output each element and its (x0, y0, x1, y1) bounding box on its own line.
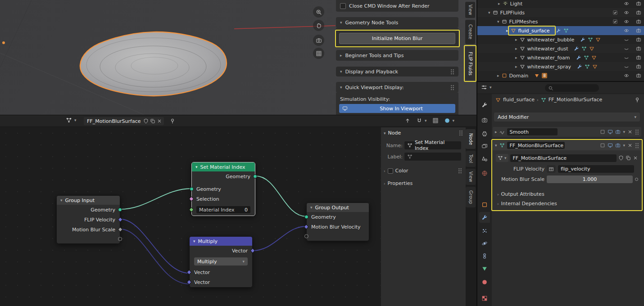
eye-icon[interactable] (624, 1, 629, 6)
tab-physics[interactable] (479, 238, 490, 249)
camera-icon[interactable] (636, 55, 641, 60)
delete-modifier-icon[interactable] (627, 143, 633, 148)
ortho-grid-gizmo[interactable] (313, 48, 324, 59)
modifier-header[interactable]: ▾ FF_MotionBlurSurface ▾ (493, 140, 641, 150)
node-group-name-field[interactable]: FF_MotionBlurSurface (510, 154, 617, 162)
collapse-icon[interactable]: ▾ (488, 10, 490, 15)
outliner-row-light[interactable]: ▸ Light (477, 0, 644, 8)
socket-vector-in[interactable] (304, 224, 308, 229)
breadcrumb-object[interactable]: fluid_surface (503, 97, 535, 103)
flip-velocity-input[interactable]: flip_velocity (558, 165, 634, 173)
beginner-tools-header[interactable]: ▸ Beginner Tools and Tips (336, 50, 458, 61)
outliner-row-flipfluids[interactable]: ▾ FLIPFluids (477, 8, 644, 17)
node-set-material-index[interactable]: ▾Set Material Index Geometry Geometry Se… (191, 162, 255, 216)
modifier-extras-icon[interactable]: ▾ (623, 130, 625, 134)
geometry-node-editor[interactable]: ▾ FF_MotionBlurSurface ▾ ▾ (0, 115, 476, 306)
expand-icon[interactable]: ▸ (497, 73, 499, 78)
eye-icon[interactable] (624, 73, 629, 78)
expand-icon[interactable]: ▸ (506, 28, 508, 33)
outliner-row-whitewater-foam[interactable]: ▸ whitewater_foam (477, 53, 644, 62)
camera-icon[interactable] (636, 1, 641, 6)
close-cmd-checkbox[interactable] (340, 3, 346, 9)
tab-particles[interactable] (479, 225, 490, 236)
node-name-input[interactable]: Set Material Index (404, 141, 461, 149)
fake-user-shield-icon[interactable] (618, 155, 624, 161)
socket-vector-out[interactable] (118, 217, 122, 222)
modifier-ff-motionblursurface[interactable]: ▾ FF_MotionBlurSurface ▾ ▾ FF_MotionBlur… (493, 140, 641, 211)
modifier-smooth[interactable]: ▸ Smooth ▾ (493, 127, 641, 137)
socket-geometry-in[interactable] (190, 187, 194, 191)
drag-grip-icon[interactable] (635, 143, 639, 148)
eye-closed-icon[interactable] (624, 37, 629, 42)
modifier-extras-icon[interactable]: ▾ (623, 143, 625, 148)
socket-value-out[interactable] (118, 227, 122, 232)
socket-vector-in-2[interactable] (186, 279, 191, 284)
tab-modifiers[interactable] (479, 212, 490, 223)
tab-scene[interactable] (479, 153, 490, 164)
tab-tool[interactable] (479, 99, 490, 110)
expand-icon[interactable]: ▸ (498, 1, 500, 6)
camera-icon[interactable] (636, 46, 641, 51)
duplicate-icon[interactable] (626, 155, 631, 161)
eye-icon[interactable] (624, 28, 629, 33)
socket-geometry-in[interactable] (304, 215, 308, 219)
viewport-3d[interactable]: Close CMD Window After Render ▾ Geometry… (0, 0, 476, 115)
eye-closed-icon[interactable] (624, 46, 629, 51)
tab-object-data[interactable] (479, 263, 490, 274)
camera-icon[interactable] (636, 10, 641, 15)
tab-constraints[interactable] (479, 251, 490, 261)
node-label-input[interactable] (404, 153, 461, 161)
render-visibility-icon[interactable] (615, 129, 621, 135)
color-presets-icon[interactable] (458, 168, 462, 174)
panel-grip-icon[interactable] (459, 130, 463, 136)
camera-icon[interactable] (636, 73, 641, 78)
drag-grip-icon[interactable] (635, 129, 639, 135)
parent-tree-arrow-icon[interactable] (404, 117, 411, 124)
tab-view-layer[interactable] (479, 141, 490, 152)
node-tree-id-block[interactable]: FF_MotionBlurSurface (84, 117, 164, 125)
color-section-row[interactable]: › Color (384, 168, 462, 174)
panel-grip-icon[interactable] (450, 85, 454, 90)
socket-vector-in-1[interactable] (186, 270, 191, 274)
quick-viewport-display-header[interactable]: ▾ Quick Viewport Display: (336, 82, 458, 93)
node-section-header[interactable]: ▾Node (384, 130, 463, 136)
pan-hand-gizmo[interactable] (313, 20, 324, 31)
add-modifier-button[interactable]: Add Modifier▾ (494, 112, 640, 122)
sidebar-tab-create[interactable]: Create (465, 20, 475, 44)
modifier-name-field[interactable]: FF_MotionBlurSurface (507, 142, 565, 149)
socket-selection-in[interactable] (189, 196, 194, 201)
tab-render[interactable] (479, 115, 490, 126)
tab-texture[interactable] (479, 293, 490, 304)
node-group-browse-button[interactable]: ▾ (496, 154, 508, 162)
node-sidebar-tab-tool[interactable]: Tool (466, 151, 476, 167)
expand-icon[interactable]: ▸ (515, 55, 517, 60)
socket-virtual[interactable] (304, 234, 308, 238)
expand-icon[interactable]: ▸ (495, 130, 497, 134)
overlays-toggle-icon[interactable] (432, 117, 439, 124)
node-sidebar-tab-group[interactable]: Group (466, 187, 476, 207)
tab-material[interactable] (479, 277, 490, 288)
outliner-row-whitewater-dust[interactable]: ▸ whitewater_dust (477, 44, 644, 53)
outliner-row-whitewater-bubble[interactable]: ▸ whitewater_bubble (477, 35, 644, 44)
camera-icon[interactable] (636, 19, 641, 24)
eye-closed-icon[interactable] (624, 64, 629, 69)
render-visibility-icon[interactable] (615, 143, 621, 148)
divider-horizontal-left[interactable] (0, 115, 476, 115)
material-index-value-field[interactable]: Material Index 0 (196, 206, 250, 213)
output-attributes-row[interactable]: ›Output Attributes (497, 191, 544, 197)
tab-output[interactable] (479, 128, 490, 139)
expand-icon[interactable]: ▸ (515, 37, 517, 42)
show-in-viewport-button[interactable]: Show In Viewport (339, 104, 455, 113)
sidebar-tab-view[interactable]: View (465, 2, 475, 18)
viewport-visibility-icon[interactable] (608, 143, 613, 148)
checkbox-icon[interactable] (612, 10, 618, 15)
camera-view-gizmo[interactable] (313, 35, 324, 46)
modifier-name-field[interactable]: Smooth (507, 128, 558, 135)
checkbox-icon[interactable] (612, 19, 618, 24)
color-checkbox[interactable] (388, 168, 393, 174)
delete-modifier-icon[interactable] (627, 129, 633, 135)
outliner-row-domain[interactable]: ▸ Domain 8 (477, 71, 644, 80)
internal-dependencies-row[interactable]: ›Internal Dependencies (497, 201, 557, 207)
camera-icon[interactable] (636, 28, 641, 33)
geometry-node-tools-header[interactable]: ▾ Geometry Node Tools (336, 17, 458, 28)
